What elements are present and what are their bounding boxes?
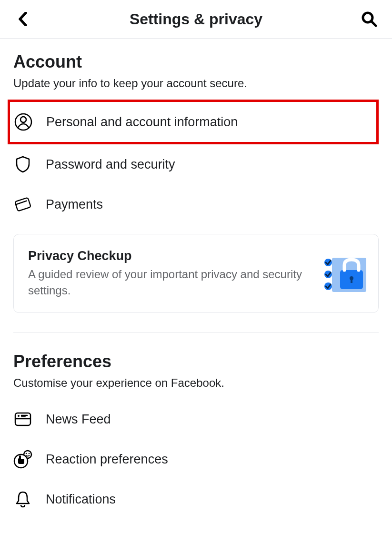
reactions-icon [13,450,32,469]
back-button[interactable] [13,10,32,29]
menu-item-reactions[interactable]: Reaction preferences [13,439,379,479]
privacy-lock-icon [323,256,364,292]
svg-rect-9 [351,278,352,283]
person-icon [14,112,33,131]
svg-point-15 [18,415,20,417]
account-section-subtitle: Update your info to keep your account se… [13,77,379,90]
menu-item-label: Reaction preferences [46,452,168,467]
card-subtitle: A guided review of your important privac… [28,266,314,298]
shield-icon [13,155,32,174]
header: Settings & privacy [0,0,392,39]
search-icon [361,10,378,28]
content: Account Update your info to keep your ac… [0,39,392,533]
card-title: Privacy Checkup [28,249,314,263]
account-section-title: Account [13,52,379,72]
menu-item-label: Password and security [46,157,175,172]
menu-item-label: Payments [46,197,103,212]
preferences-section-title: Preferences [13,352,379,372]
svg-point-20 [29,453,30,454]
preferences-section: Preferences Customise your experience on… [13,352,379,519]
menu-item-label: Personal and account information [46,115,238,130]
svg-point-19 [26,453,27,454]
search-button[interactable] [360,10,379,29]
bell-icon [13,490,32,509]
menu-item-label: News Feed [46,412,111,427]
menu-item-personal-info[interactable]: Personal and account information [8,100,379,144]
divider [13,332,379,332]
privacy-checkup-card[interactable]: Privacy Checkup A guided review of your … [13,234,379,313]
news-feed-icon [13,410,32,429]
chevron-left-icon [17,12,29,26]
svg-point-3 [20,117,26,122]
menu-item-label: Notifications [46,492,116,507]
menu-item-news-feed[interactable]: News Feed [13,399,379,439]
card-text: Privacy Checkup A guided review of your … [28,249,323,298]
account-section: Account Update your info to keep your ac… [13,52,379,313]
menu-item-password[interactable]: Password and security [13,144,379,184]
card-icon [13,195,32,214]
svg-line-1 [372,21,376,26]
menu-item-notifications[interactable]: Notifications [13,479,379,519]
preferences-section-subtitle: Customise your experience on Facebook. [13,376,379,390]
menu-item-payments[interactable]: Payments [13,184,379,224]
page-title: Settings & privacy [32,10,360,28]
